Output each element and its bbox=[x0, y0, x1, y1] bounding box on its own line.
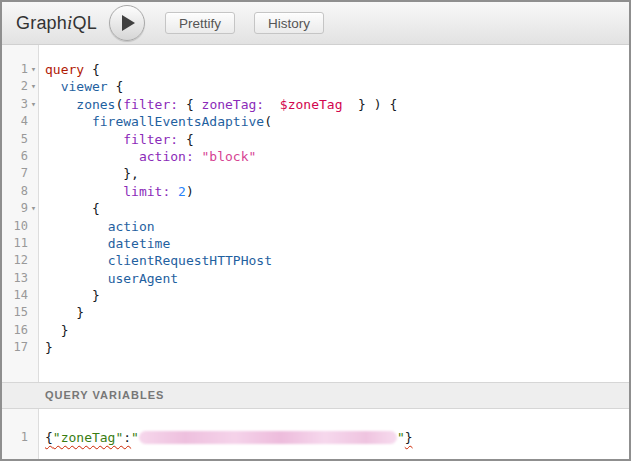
code-text: } bbox=[45, 287, 100, 304]
token-p: { bbox=[178, 132, 194, 147]
token-p: { bbox=[45, 201, 100, 216]
token-key: " bbox=[397, 430, 405, 445]
token-attr: filter: bbox=[123, 97, 178, 112]
token-p bbox=[45, 79, 61, 94]
token-p: } bbox=[405, 430, 413, 445]
line-number: 17 bbox=[2, 339, 28, 356]
code-text: datetime bbox=[45, 235, 170, 252]
token-p: : bbox=[123, 430, 131, 445]
code-line: 4 firewallEventsAdaptive( bbox=[2, 113, 629, 130]
token-prop: zones bbox=[76, 97, 115, 112]
prettify-button[interactable]: Prettify bbox=[165, 12, 235, 34]
token-prop: viewer bbox=[61, 79, 108, 94]
fold-arrow-icon[interactable]: ▾ bbox=[28, 61, 39, 78]
code-line: 1▾query { bbox=[2, 61, 629, 78]
token-p bbox=[45, 114, 92, 129]
token-p bbox=[45, 184, 123, 199]
variables-code: 1{"zoneTag":""} bbox=[2, 429, 629, 446]
token-attr: filter: bbox=[123, 132, 178, 147]
code-text: filter: { bbox=[45, 131, 194, 148]
token-p bbox=[170, 184, 178, 199]
line-number: 1 bbox=[2, 429, 28, 446]
token-p: } bbox=[45, 323, 68, 338]
line-number: 1 bbox=[2, 61, 28, 78]
code-text: } bbox=[45, 339, 53, 356]
query-editor[interactable]: 1▾query {2▾ viewer {3▾ zones(filter: { z… bbox=[2, 45, 629, 382]
fold-gutter-empty bbox=[28, 304, 39, 321]
token-p: } ) { bbox=[342, 97, 397, 112]
token-p bbox=[45, 253, 108, 268]
fold-arrow-icon[interactable]: ▾ bbox=[28, 200, 39, 217]
code-text: action bbox=[45, 218, 155, 235]
token-p bbox=[45, 219, 108, 234]
code-line: 9▾ { bbox=[2, 200, 629, 217]
fold-gutter-empty bbox=[28, 235, 39, 252]
code-text: {"zoneTag":""} bbox=[45, 429, 413, 446]
token-p bbox=[45, 149, 139, 164]
code-line: 11 datetime bbox=[2, 235, 629, 252]
code-text: }, bbox=[45, 165, 139, 182]
code-text: firewallEventsAdaptive( bbox=[45, 113, 272, 130]
line-number: 11 bbox=[2, 235, 28, 252]
toolbar: GraphiQL Prettify History bbox=[2, 2, 629, 45]
code-line: 2▾ viewer { bbox=[2, 78, 629, 95]
code-text: action: "block" bbox=[45, 148, 256, 165]
line-number: 7 bbox=[2, 165, 28, 182]
code-text: userAgent bbox=[45, 270, 178, 287]
fold-gutter-empty bbox=[28, 183, 39, 200]
code-line: 5 filter: { bbox=[2, 131, 629, 148]
token-p: { bbox=[84, 62, 100, 77]
line-number: 4 bbox=[2, 113, 28, 130]
fold-gutter-empty bbox=[28, 339, 39, 356]
token-prop: clientRequestHTTPHost bbox=[108, 253, 272, 268]
fold-arrow-icon[interactable]: ▾ bbox=[28, 96, 39, 113]
token-prop: datetime bbox=[108, 236, 171, 251]
code-text: limit: 2) bbox=[45, 183, 194, 200]
line-number: 10 bbox=[2, 218, 28, 235]
token-var: $zoneTag bbox=[280, 97, 343, 112]
code-text: query { bbox=[45, 61, 100, 78]
token-prop: action bbox=[108, 219, 155, 234]
line-number: 16 bbox=[2, 322, 28, 339]
token-p bbox=[264, 97, 280, 112]
code-text: zones(filter: { zoneTag: $zoneTag } ) { bbox=[45, 96, 397, 113]
token-p bbox=[45, 97, 76, 112]
code-text: clientRequestHTTPHost bbox=[45, 252, 272, 269]
code-line: 7 }, bbox=[2, 165, 629, 182]
line-number: 3 bbox=[2, 96, 28, 113]
logo-text-post: QL bbox=[73, 13, 97, 33]
token-p bbox=[45, 132, 123, 147]
fold-gutter-empty bbox=[28, 252, 39, 269]
token-kw: query bbox=[45, 62, 84, 77]
history-button[interactable]: History bbox=[254, 12, 324, 34]
token-p bbox=[45, 236, 108, 251]
code-line: 12 clientRequestHTTPHost bbox=[2, 252, 629, 269]
query-code: 1▾query {2▾ viewer {3▾ zones(filter: { z… bbox=[2, 61, 629, 357]
code-text: { bbox=[45, 200, 100, 217]
code-line: 1{"zoneTag":""} bbox=[2, 429, 629, 446]
fold-gutter-empty bbox=[28, 148, 39, 165]
code-line: 3▾ zones(filter: { zoneTag: $zoneTag } )… bbox=[2, 96, 629, 113]
execute-query-button[interactable] bbox=[109, 5, 145, 41]
token-prop: userAgent bbox=[108, 271, 178, 286]
fold-arrow-icon[interactable]: ▾ bbox=[28, 78, 39, 95]
code-line: 17} bbox=[2, 339, 629, 356]
code-text: } bbox=[45, 322, 68, 339]
token-p bbox=[194, 149, 202, 164]
token-p: ( bbox=[264, 114, 272, 129]
code-line: 10 action bbox=[2, 218, 629, 235]
line-number: 6 bbox=[2, 148, 28, 165]
token-attr: action: bbox=[139, 149, 194, 164]
variables-editor[interactable]: 1{"zoneTag":""} bbox=[2, 409, 629, 459]
code-line: 6 action: "block" bbox=[2, 148, 629, 165]
logo-text-pre: Graph bbox=[16, 13, 67, 33]
query-variables-header[interactable]: Query Variables bbox=[2, 382, 629, 409]
token-p: { bbox=[178, 97, 201, 112]
token-key: "zoneTag" bbox=[53, 430, 123, 445]
fold-gutter-empty bbox=[28, 270, 39, 287]
token-p: } bbox=[45, 340, 53, 355]
token-p: { bbox=[45, 430, 53, 445]
token-str: "block" bbox=[202, 149, 257, 164]
fold-gutter-empty bbox=[28, 218, 39, 235]
redacted-value bbox=[139, 431, 397, 444]
